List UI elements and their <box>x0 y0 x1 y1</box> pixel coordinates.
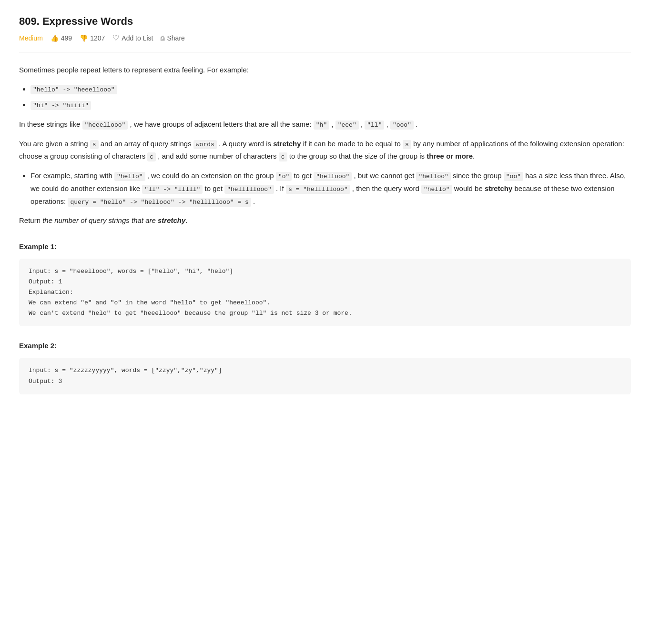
heart-icon <box>112 33 119 42</box>
groups-paragraph: In these strings like "heeellooo" , we h… <box>19 118 631 131</box>
thumb-up-icon <box>51 34 59 42</box>
eee-code: "eee" <box>335 121 359 130</box>
example-code-2: "hi" -> "hiiii" <box>30 101 91 110</box>
intro-examples-list: "hello" -> "heeellooo" "hi" -> "hiiii" <box>19 83 631 111</box>
s-inline-2: s <box>403 140 411 149</box>
add-to-list-label: Add to List <box>122 34 153 42</box>
ll-code: "ll" <box>365 121 384 130</box>
hello-code-1: "hello" <box>114 172 145 181</box>
intro-text: Sometimes people repeat letters to repre… <box>19 66 249 74</box>
share-label: Share <box>167 34 184 42</box>
upvote-count: 499 <box>61 34 72 42</box>
hellooo-code: "hellooo" <box>314 172 352 181</box>
words-inline: words <box>193 140 217 149</box>
three-or-more-bold: three or more <box>427 152 473 160</box>
upvote-button[interactable]: 499 <box>51 34 72 42</box>
return-italic: the number of query strings that are str… <box>42 216 185 224</box>
ll-lllll-code: "ll" -> "lllll" <box>142 185 203 194</box>
oo-code: "oo" <box>504 172 523 181</box>
example2-label: Example 2: <box>19 340 631 352</box>
s-inline: s <box>90 140 99 149</box>
share-icon <box>161 34 164 42</box>
o-code: "o" <box>276 172 292 181</box>
stretchy-bold-2: stretchy <box>485 184 512 192</box>
s-helllllooo-code: s = "helllllooo" <box>286 185 350 194</box>
list-item: "hi" -> "hiiii" <box>30 99 631 111</box>
example-bullet-list: For example, starting with "hello" , we … <box>19 170 631 208</box>
stretchy-bold-1: stretchy <box>273 140 301 148</box>
c-inline-1: c <box>147 152 156 161</box>
query-chain-code: query = "hello" -> "hellooo" -> "helllll… <box>68 198 251 207</box>
list-item: For example, starting with "hello" , we … <box>30 170 631 208</box>
example1-code-block: Input: s = "heeellooo", words = ["hello"… <box>19 259 631 326</box>
intro-paragraph: Sometimes people repeat letters to repre… <box>19 64 631 76</box>
thumb-down-icon <box>80 34 88 42</box>
downvote-count: 1207 <box>90 34 105 42</box>
helloo-code: "helloo" <box>416 172 450 181</box>
problem-title: 809. Expressive Words <box>19 15 631 28</box>
h-code: "h" <box>314 121 329 130</box>
meta-row: Medium 499 1207 Add to List Share <box>19 33 631 42</box>
stretchy-italic-bold: stretchy <box>158 216 185 224</box>
share-button[interactable]: Share <box>161 34 184 42</box>
c-inline-2: c <box>279 152 287 161</box>
return-paragraph: Return the number of query strings that … <box>19 214 631 227</box>
example2-code-block: Input: s = "zzzzzyyyyy", words = ["zzyy"… <box>19 358 631 394</box>
hello-code-2: "hello" <box>421 185 452 194</box>
add-to-list-button[interactable]: Add to List <box>112 33 153 42</box>
problem-body: Sometimes people repeat letters to repre… <box>19 64 631 394</box>
downvote-button[interactable]: 1207 <box>80 34 105 42</box>
divider <box>19 52 631 52</box>
ooo-code: "ooo" <box>390 121 414 130</box>
definition-paragraph: You are given a string s and an array of… <box>19 138 631 163</box>
example-code-1: "hello" -> "heeellooo" <box>30 85 117 94</box>
difficulty-badge: Medium <box>19 34 43 42</box>
list-item: "hello" -> "heeellooo" <box>30 83 631 96</box>
heeellooo-code: "heeellooo" <box>82 121 128 130</box>
example1-label: Example 1: <box>19 241 631 253</box>
helllllooo-code: "helllllooo" <box>224 185 274 194</box>
